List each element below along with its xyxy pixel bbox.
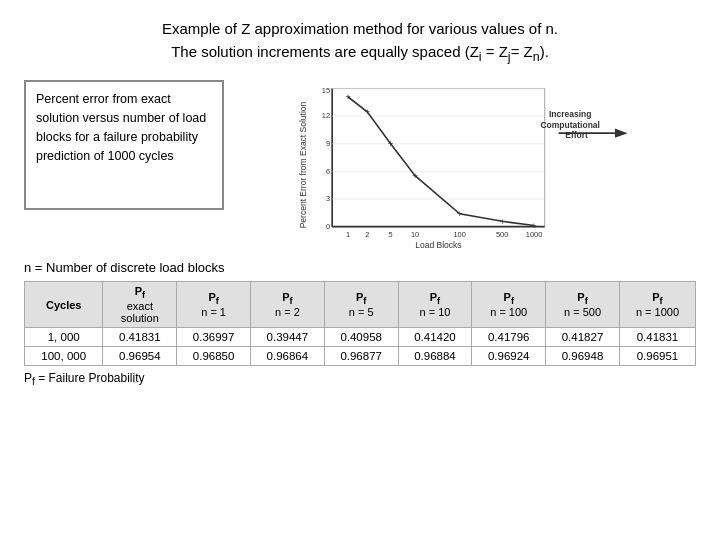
svg-text:+: +: [412, 170, 418, 181]
svg-text:Increasing: Increasing: [549, 109, 592, 119]
svg-text:+: +: [388, 138, 394, 149]
table-row: 100, 000 0.96954 0.96850 0.96864 0.96877…: [25, 347, 696, 366]
col-header-cycles: Cycles: [25, 282, 103, 328]
svg-text:6: 6: [326, 167, 330, 176]
svg-text:Percent Error from Exact Solut: Percent Error from Exact Solution: [298, 102, 308, 229]
svg-text:+: +: [499, 216, 505, 227]
cell-n10-1: 0.41420: [398, 328, 472, 347]
svg-text:Computational: Computational: [540, 120, 600, 130]
cell-n1-1: 0.36997: [177, 328, 251, 347]
svg-text:500: 500: [496, 231, 508, 240]
cell-exact-1: 0.41831: [103, 328, 177, 347]
svg-text:100: 100: [453, 231, 465, 240]
cell-n100-2: 0.96924: [472, 347, 546, 366]
svg-text:Load Blocks: Load Blocks: [415, 240, 461, 250]
svg-text:10: 10: [411, 231, 419, 240]
cell-n2-2: 0.96864: [251, 347, 325, 366]
cell-cycles-2: 100, 000: [25, 347, 103, 366]
cell-n10-2: 0.96884: [398, 347, 472, 366]
col-header-pf-n1000: Pfn = 1000: [619, 282, 695, 328]
col-header-pf-n2: Pfn = 2: [251, 282, 325, 328]
left-box-text: Percent error from exact solution versus…: [36, 92, 206, 162]
cell-exact-2: 0.96954: [103, 347, 177, 366]
svg-text:9: 9: [326, 139, 330, 148]
cell-n1000-2: 0.96951: [619, 347, 695, 366]
page: Example of Z approximation method for va…: [0, 0, 720, 540]
svg-text:3: 3: [326, 194, 330, 203]
title-line1: Example of Z approximation method for va…: [24, 18, 696, 41]
svg-text:12: 12: [322, 112, 330, 121]
col-header-pf-exact: Pfexactsolution: [103, 282, 177, 328]
svg-text:Effort: Effort: [565, 131, 588, 141]
content-row: Percent error from exact solution versus…: [24, 80, 696, 250]
n-label: n = Number of discrete load blocks: [24, 260, 696, 275]
table-row: 1, 000 0.41831 0.36997 0.39447 0.40958 0…: [25, 328, 696, 347]
left-description-box: Percent error from exact solution versus…: [24, 80, 224, 210]
cell-n5-2: 0.96877: [324, 347, 398, 366]
svg-text:5: 5: [389, 231, 393, 240]
cell-n1-2: 0.96850: [177, 347, 251, 366]
chart-area: Percent Error from Exact Solution 0 3 6 …: [234, 80, 696, 250]
cell-n100-1: 0.41796: [472, 328, 546, 347]
svg-text:+: +: [531, 220, 537, 231]
svg-text:1000: 1000: [526, 231, 543, 240]
table-header-row: Cycles Pfexactsolution Pfn = 1 Pfn = 2 P…: [25, 282, 696, 328]
cell-n500-2: 0.96948: [546, 347, 620, 366]
cell-n500-1: 0.41827: [546, 328, 620, 347]
svg-text:2: 2: [365, 231, 369, 240]
svg-text:+: +: [457, 208, 463, 219]
cell-n1000-1: 0.41831: [619, 328, 695, 347]
svg-text:1: 1: [346, 231, 350, 240]
title-block: Example of Z approximation method for va…: [24, 18, 696, 66]
cell-n5-1: 0.40958: [324, 328, 398, 347]
col-header-pf-n1: Pfn = 1: [177, 282, 251, 328]
data-table: Cycles Pfexactsolution Pfn = 1 Pfn = 2 P…: [24, 281, 696, 366]
cell-cycles-1: 1, 000: [25, 328, 103, 347]
footnote: Pf = Failure Probability: [24, 371, 696, 387]
svg-text:0: 0: [326, 222, 330, 231]
svg-text:+: +: [364, 106, 370, 117]
col-header-pf-n500: Pfn = 500: [546, 282, 620, 328]
svg-text:+: +: [345, 91, 351, 102]
chart-svg: Percent Error from Exact Solution 0 3 6 …: [234, 80, 696, 250]
title-line2: The solution increments are equally spac…: [24, 41, 696, 67]
col-header-pf-n5: Pfn = 5: [324, 282, 398, 328]
col-header-pf-n100: Pfn = 100: [472, 282, 546, 328]
col-header-pf-n10: Pfn = 10: [398, 282, 472, 328]
cell-n2-1: 0.39447: [251, 328, 325, 347]
svg-text:15: 15: [322, 86, 330, 95]
